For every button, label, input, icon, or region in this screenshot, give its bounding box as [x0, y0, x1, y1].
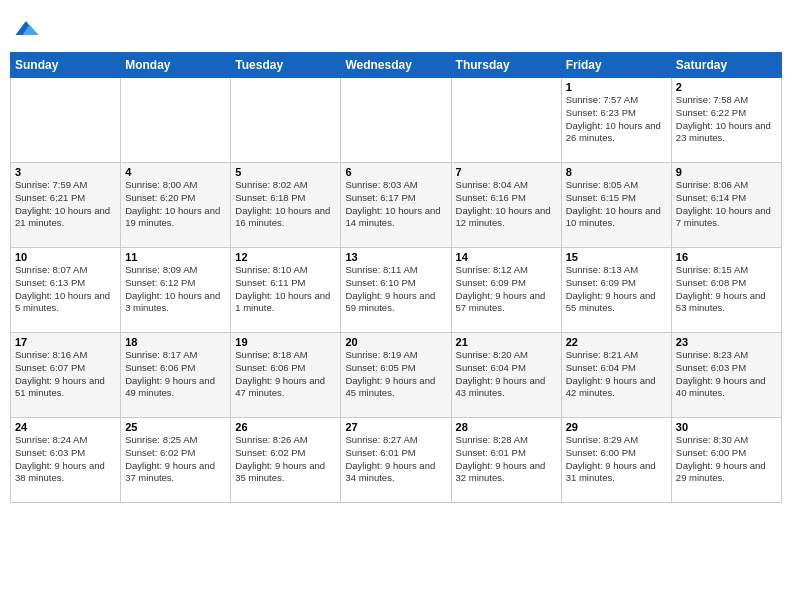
calendar-week-row: 10Sunrise: 8:07 AM Sunset: 6:13 PM Dayli…	[11, 248, 782, 333]
day-number: 4	[125, 166, 226, 178]
calendar-cell: 28Sunrise: 8:28 AM Sunset: 6:01 PM Dayli…	[451, 418, 561, 503]
calendar-cell	[121, 78, 231, 163]
day-info: Sunrise: 7:57 AM Sunset: 6:23 PM Dayligh…	[566, 94, 667, 145]
day-header-saturday: Saturday	[671, 53, 781, 78]
day-number: 16	[676, 251, 777, 263]
calendar-cell: 6Sunrise: 8:03 AM Sunset: 6:17 PM Daylig…	[341, 163, 451, 248]
day-number: 25	[125, 421, 226, 433]
day-info: Sunrise: 8:16 AM Sunset: 6:07 PM Dayligh…	[15, 349, 116, 400]
day-number: 22	[566, 336, 667, 348]
calendar-cell: 1Sunrise: 7:57 AM Sunset: 6:23 PM Daylig…	[561, 78, 671, 163]
day-number: 8	[566, 166, 667, 178]
day-header-tuesday: Tuesday	[231, 53, 341, 78]
calendar-cell: 3Sunrise: 7:59 AM Sunset: 6:21 PM Daylig…	[11, 163, 121, 248]
calendar-cell: 4Sunrise: 8:00 AM Sunset: 6:20 PM Daylig…	[121, 163, 231, 248]
calendar-cell: 30Sunrise: 8:30 AM Sunset: 6:00 PM Dayli…	[671, 418, 781, 503]
calendar-cell: 8Sunrise: 8:05 AM Sunset: 6:15 PM Daylig…	[561, 163, 671, 248]
calendar-cell: 7Sunrise: 8:04 AM Sunset: 6:16 PM Daylig…	[451, 163, 561, 248]
day-number: 27	[345, 421, 446, 433]
day-info: Sunrise: 8:29 AM Sunset: 6:00 PM Dayligh…	[566, 434, 667, 485]
day-info: Sunrise: 8:28 AM Sunset: 6:01 PM Dayligh…	[456, 434, 557, 485]
logo	[10, 14, 40, 46]
calendar-week-row: 3Sunrise: 7:59 AM Sunset: 6:21 PM Daylig…	[11, 163, 782, 248]
calendar-cell: 20Sunrise: 8:19 AM Sunset: 6:05 PM Dayli…	[341, 333, 451, 418]
calendar-cell: 2Sunrise: 7:58 AM Sunset: 6:22 PM Daylig…	[671, 78, 781, 163]
day-info: Sunrise: 8:03 AM Sunset: 6:17 PM Dayligh…	[345, 179, 446, 230]
day-number: 13	[345, 251, 446, 263]
day-number: 15	[566, 251, 667, 263]
calendar-cell: 21Sunrise: 8:20 AM Sunset: 6:04 PM Dayli…	[451, 333, 561, 418]
calendar-cell: 22Sunrise: 8:21 AM Sunset: 6:04 PM Dayli…	[561, 333, 671, 418]
day-info: Sunrise: 8:10 AM Sunset: 6:11 PM Dayligh…	[235, 264, 336, 315]
calendar-cell: 26Sunrise: 8:26 AM Sunset: 6:02 PM Dayli…	[231, 418, 341, 503]
day-number: 11	[125, 251, 226, 263]
day-number: 28	[456, 421, 557, 433]
day-info: Sunrise: 8:25 AM Sunset: 6:02 PM Dayligh…	[125, 434, 226, 485]
day-info: Sunrise: 8:06 AM Sunset: 6:14 PM Dayligh…	[676, 179, 777, 230]
calendar-cell: 13Sunrise: 8:11 AM Sunset: 6:10 PM Dayli…	[341, 248, 451, 333]
day-info: Sunrise: 8:24 AM Sunset: 6:03 PM Dayligh…	[15, 434, 116, 485]
calendar-cell	[341, 78, 451, 163]
day-number: 18	[125, 336, 226, 348]
day-info: Sunrise: 8:02 AM Sunset: 6:18 PM Dayligh…	[235, 179, 336, 230]
calendar-cell: 12Sunrise: 8:10 AM Sunset: 6:11 PM Dayli…	[231, 248, 341, 333]
calendar-cell: 11Sunrise: 8:09 AM Sunset: 6:12 PM Dayli…	[121, 248, 231, 333]
calendar-cell: 15Sunrise: 8:13 AM Sunset: 6:09 PM Dayli…	[561, 248, 671, 333]
day-info: Sunrise: 8:00 AM Sunset: 6:20 PM Dayligh…	[125, 179, 226, 230]
day-number: 5	[235, 166, 336, 178]
day-number: 7	[456, 166, 557, 178]
day-number: 23	[676, 336, 777, 348]
day-info: Sunrise: 8:30 AM Sunset: 6:00 PM Dayligh…	[676, 434, 777, 485]
day-info: Sunrise: 8:07 AM Sunset: 6:13 PM Dayligh…	[15, 264, 116, 315]
day-number: 24	[15, 421, 116, 433]
day-info: Sunrise: 8:26 AM Sunset: 6:02 PM Dayligh…	[235, 434, 336, 485]
day-info: Sunrise: 8:27 AM Sunset: 6:01 PM Dayligh…	[345, 434, 446, 485]
header	[10, 10, 782, 46]
day-number: 3	[15, 166, 116, 178]
day-info: Sunrise: 8:11 AM Sunset: 6:10 PM Dayligh…	[345, 264, 446, 315]
calendar-cell: 5Sunrise: 8:02 AM Sunset: 6:18 PM Daylig…	[231, 163, 341, 248]
day-info: Sunrise: 8:23 AM Sunset: 6:03 PM Dayligh…	[676, 349, 777, 400]
day-number: 26	[235, 421, 336, 433]
calendar-cell	[11, 78, 121, 163]
calendar-cell: 10Sunrise: 8:07 AM Sunset: 6:13 PM Dayli…	[11, 248, 121, 333]
day-number: 21	[456, 336, 557, 348]
day-info: Sunrise: 8:18 AM Sunset: 6:06 PM Dayligh…	[235, 349, 336, 400]
calendar-cell: 14Sunrise: 8:12 AM Sunset: 6:09 PM Dayli…	[451, 248, 561, 333]
day-number: 2	[676, 81, 777, 93]
day-number: 6	[345, 166, 446, 178]
day-info: Sunrise: 8:20 AM Sunset: 6:04 PM Dayligh…	[456, 349, 557, 400]
day-info: Sunrise: 8:13 AM Sunset: 6:09 PM Dayligh…	[566, 264, 667, 315]
day-header-sunday: Sunday	[11, 53, 121, 78]
day-info: Sunrise: 7:58 AM Sunset: 6:22 PM Dayligh…	[676, 94, 777, 145]
day-number: 12	[235, 251, 336, 263]
day-number: 9	[676, 166, 777, 178]
day-number: 30	[676, 421, 777, 433]
calendar-cell: 25Sunrise: 8:25 AM Sunset: 6:02 PM Dayli…	[121, 418, 231, 503]
day-number: 10	[15, 251, 116, 263]
calendar-cell: 9Sunrise: 8:06 AM Sunset: 6:14 PM Daylig…	[671, 163, 781, 248]
day-number: 20	[345, 336, 446, 348]
calendar-cell	[231, 78, 341, 163]
day-number: 29	[566, 421, 667, 433]
day-number: 14	[456, 251, 557, 263]
calendar-cell: 18Sunrise: 8:17 AM Sunset: 6:06 PM Dayli…	[121, 333, 231, 418]
day-info: Sunrise: 8:12 AM Sunset: 6:09 PM Dayligh…	[456, 264, 557, 315]
day-header-monday: Monday	[121, 53, 231, 78]
logo-icon	[12, 14, 40, 42]
day-info: Sunrise: 8:17 AM Sunset: 6:06 PM Dayligh…	[125, 349, 226, 400]
day-number: 17	[15, 336, 116, 348]
day-info: Sunrise: 8:04 AM Sunset: 6:16 PM Dayligh…	[456, 179, 557, 230]
day-info: Sunrise: 8:09 AM Sunset: 6:12 PM Dayligh…	[125, 264, 226, 315]
calendar-cell: 27Sunrise: 8:27 AM Sunset: 6:01 PM Dayli…	[341, 418, 451, 503]
calendar-cell: 16Sunrise: 8:15 AM Sunset: 6:08 PM Dayli…	[671, 248, 781, 333]
calendar-header-row: SundayMondayTuesdayWednesdayThursdayFrid…	[11, 53, 782, 78]
calendar-cell: 17Sunrise: 8:16 AM Sunset: 6:07 PM Dayli…	[11, 333, 121, 418]
day-info: Sunrise: 8:19 AM Sunset: 6:05 PM Dayligh…	[345, 349, 446, 400]
calendar-cell: 29Sunrise: 8:29 AM Sunset: 6:00 PM Dayli…	[561, 418, 671, 503]
calendar-week-row: 24Sunrise: 8:24 AM Sunset: 6:03 PM Dayli…	[11, 418, 782, 503]
day-info: Sunrise: 8:15 AM Sunset: 6:08 PM Dayligh…	[676, 264, 777, 315]
calendar-week-row: 17Sunrise: 8:16 AM Sunset: 6:07 PM Dayli…	[11, 333, 782, 418]
day-header-wednesday: Wednesday	[341, 53, 451, 78]
day-number: 19	[235, 336, 336, 348]
